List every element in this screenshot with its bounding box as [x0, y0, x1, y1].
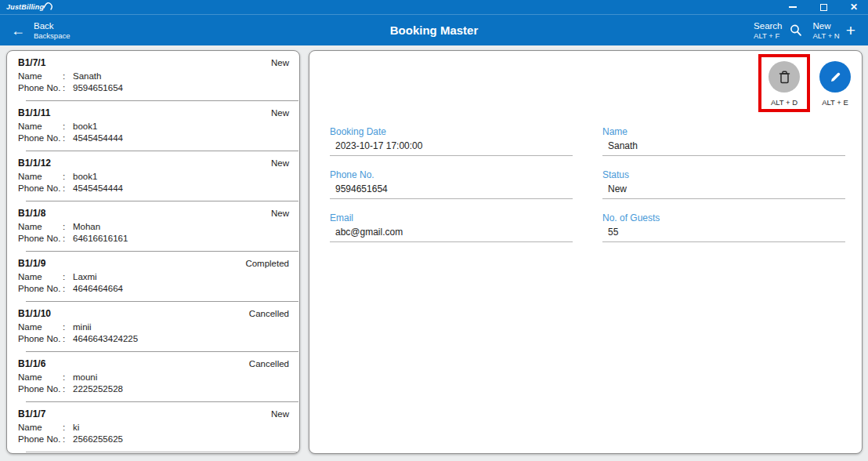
name-label: Name — [18, 322, 63, 332]
field-value: 2023-10-17 17:00:00 — [330, 138, 573, 156]
back-shortcut: Backspace — [34, 31, 70, 40]
name-label: Name — [18, 222, 63, 231]
booking-name: ki — [73, 423, 289, 432]
field-booking-date: Booking Date 2023-10-17 17:00:00 — [330, 126, 573, 156]
booking-list-item[interactable]: B1/1/11 New Name:book1 Phone No.:4545454… — [7, 101, 299, 151]
edit-shortcut: ALT + E — [822, 98, 848, 107]
field-label: Status — [602, 169, 845, 181]
booking-list-panel: B1/7/1 New Name:Sanath Phone No.:9594651… — [6, 50, 300, 454]
field-status: Status New — [602, 169, 845, 199]
booking-list-item[interactable]: B1/7/1 New Name:Sanath Phone No.:9594651… — [7, 51, 299, 101]
edit-button[interactable]: ALT + E — [819, 54, 851, 107]
phone-label: Phone No. — [18, 133, 63, 143]
status-badge: New — [271, 409, 289, 419]
new-button[interactable]: New ALT + N + — [813, 21, 856, 40]
close-button[interactable]: ✕ — [849, 2, 859, 12]
red-annotation-box: ALT + D — [758, 54, 810, 112]
booking-list-item[interactable]: B1/1/7 New Name:ki Phone No.:2566255625 — [7, 402, 299, 452]
booking-name: Sanath — [73, 71, 289, 81]
field-guests: No. of Guests 55 — [602, 212, 845, 242]
name-label: Name — [18, 272, 63, 281]
new-shortcut: ALT + N — [813, 31, 840, 40]
field-label: Email — [330, 212, 573, 224]
close-icon: ✕ — [850, 3, 858, 11]
booking-phone: 4545454444 — [73, 183, 289, 193]
field-value: New — [602, 181, 845, 199]
booking-phone: 9594651654 — [73, 83, 289, 93]
field-value: abc@gmail.com — [330, 224, 573, 242]
booking-list-item[interactable]: B1/1/12 New Name:book1 Phone No.:4545454… — [7, 151, 299, 201]
page-title: Booking Master — [0, 24, 868, 37]
name-label: Name — [18, 71, 63, 81]
booking-phone: 64616616161 — [73, 234, 289, 243]
app-logo: JustBilling — [6, 3, 54, 11]
booking-phone: 2225252528 — [73, 384, 289, 394]
booking-list-item[interactable]: B1/1/9 Completed Name:Laxmi Phone No.:46… — [7, 252, 299, 302]
phone-label: Phone No. — [18, 183, 63, 193]
field-label: Phone No. — [330, 169, 573, 181]
phone-label: Phone No. — [18, 434, 63, 444]
back-arrow-icon: ← — [11, 24, 25, 38]
field-value: Sanath — [602, 138, 845, 156]
field-email: Email abc@gmail.com — [330, 212, 573, 242]
back-label: Back — [34, 21, 70, 31]
booking-id: B1/1/10 — [18, 308, 51, 319]
booking-id: B1/1/9 — [18, 258, 45, 269]
booking-detail-panel: ALT + D ALT + E Booking Date 2023-10-17 … — [309, 50, 863, 454]
booking-list-item[interactable]: B1/1/8 New Name:Mohan Phone No.:64616616… — [7, 201, 299, 252]
window-controls: ✕ — [788, 2, 859, 12]
maximize-icon — [820, 4, 827, 11]
pencil-icon — [829, 71, 842, 84]
search-icon — [789, 24, 802, 37]
status-badge: Completed — [245, 259, 289, 268]
detail-actions: ALT + D ALT + E — [758, 54, 851, 112]
delete-shortcut: ALT + D — [771, 98, 797, 107]
new-label: New — [813, 21, 831, 31]
name-label: Name — [18, 423, 63, 432]
phone-label: Phone No. — [18, 83, 63, 93]
minimize-icon — [789, 6, 797, 8]
booking-name: Mohan — [73, 222, 289, 231]
field-label: No. of Guests — [602, 212, 845, 224]
booking-id: B1/1/7 — [18, 408, 45, 419]
status-badge: Cancelled — [249, 309, 289, 318]
detail-fields: Booking Date 2023-10-17 17:00:00 Name Sa… — [330, 126, 845, 242]
plus-icon: + — [846, 23, 855, 38]
app-logo-text: JustBilling — [6, 3, 44, 11]
header-actions: Search ALT + F New ALT + N + — [754, 21, 855, 40]
booking-id: B1/7/1 — [18, 57, 45, 68]
name-label: Name — [18, 372, 63, 382]
field-value: 9594651654 — [330, 181, 573, 199]
status-badge: New — [271, 209, 289, 218]
booking-phone: 2566255625 — [73, 434, 289, 444]
booking-id: B1/1/8 — [18, 208, 45, 219]
search-button[interactable]: Search ALT + F — [754, 21, 801, 40]
name-label: Name — [18, 122, 63, 131]
field-phone: Phone No. 9594651654 — [330, 169, 573, 199]
booking-list-item[interactable]: B1/1/10 Cancelled Name:minii Phone No.:4… — [7, 302, 299, 352]
field-name: Name Sanath — [602, 126, 845, 156]
name-label: Name — [18, 172, 63, 181]
booking-name: book1 — [73, 122, 289, 131]
field-label: Booking Date — [330, 126, 573, 138]
booking-list-item[interactable]: B1/1/6 Cancelled Name:mouni Phone No.:22… — [7, 352, 299, 402]
phone-label: Phone No. — [18, 284, 63, 293]
booking-name: book1 — [73, 172, 289, 181]
trash-icon — [778, 70, 791, 85]
phone-label: Phone No. — [18, 334, 63, 343]
minimize-button[interactable] — [788, 2, 797, 12]
booking-phone: 4646643424225 — [73, 334, 289, 343]
booking-phone: 4646464664 — [73, 284, 289, 293]
booking-id: B1/1/6 — [18, 358, 45, 369]
search-shortcut: ALT + F — [754, 31, 779, 40]
status-badge: New — [271, 58, 289, 67]
search-label: Search — [754, 21, 782, 31]
maximize-button[interactable] — [819, 2, 828, 12]
delete-button[interactable]: ALT + D — [769, 61, 800, 107]
booking-id: B1/1/12 — [18, 158, 51, 169]
back-button[interactable]: ← Back Backspace — [11, 21, 70, 40]
status-badge: New — [271, 158, 289, 168]
command-header: ← Back Backspace Booking Master Search A… — [0, 14, 868, 45]
window-titlebar: JustBilling ✕ — [0, 0, 868, 14]
booking-name: Laxmi — [73, 272, 289, 281]
